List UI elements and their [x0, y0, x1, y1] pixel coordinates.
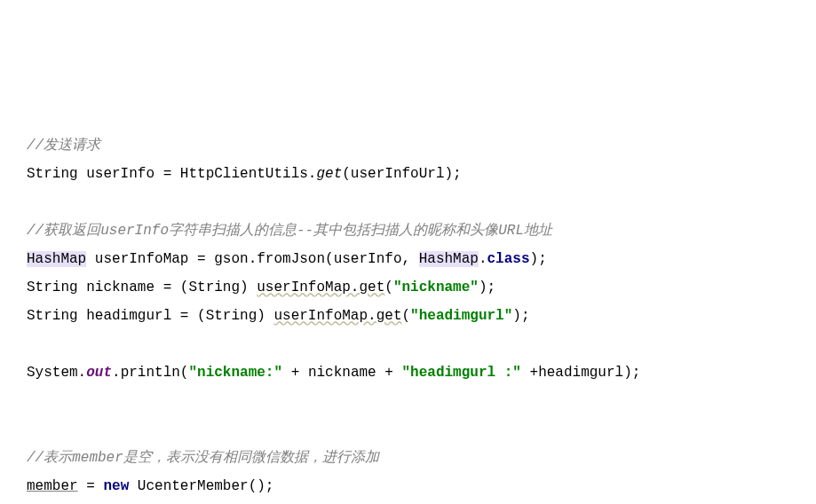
code-line-10: member.setOpenid(openid); [27, 500, 789, 504]
blank-line [27, 330, 789, 358]
comment-text: //发送请求 [27, 138, 100, 154]
code-line-3: //获取返回userInfo字符串扫描人的信息--其中包括扫描人的昵称和头像UR… [27, 217, 789, 245]
code-line-7: System.out.println("nickname:" + nicknam… [27, 358, 789, 387]
code-line-2: String userInfo = HttpClientUtils.get(us… [27, 160, 789, 188]
blank-line [27, 415, 789, 444]
code-line-5: String nickname = (String) userInfoMap.g… [27, 273, 789, 302]
blank-line [27, 387, 789, 415]
code-line-4: HashMap userInfoMap = gson.fromJson(user… [27, 245, 789, 273]
code-line-6: String headimgurl = (String) userInfoMap… [27, 302, 789, 330]
code-line-1: //发送请求 [27, 131, 789, 160]
comment-text: //表示member是空，表示没有相同微信数据，进行添加 [27, 450, 379, 466]
code-line-9: member = new UcenterMember(); [27, 472, 789, 500]
highlighted-type: HashMap [27, 251, 86, 267]
code-line-8: //表示member是空，表示没有相同微信数据，进行添加 [27, 444, 789, 472]
highlighted-type: HashMap [419, 251, 479, 267]
blank-line [27, 188, 789, 217]
code-block: //发送请求String userInfo = HttpClientUtils.… [27, 131, 789, 504]
comment-text: //获取返回userInfo字符串扫描人的信息--其中包括扫描人的昵称和头像UR… [27, 223, 552, 239]
